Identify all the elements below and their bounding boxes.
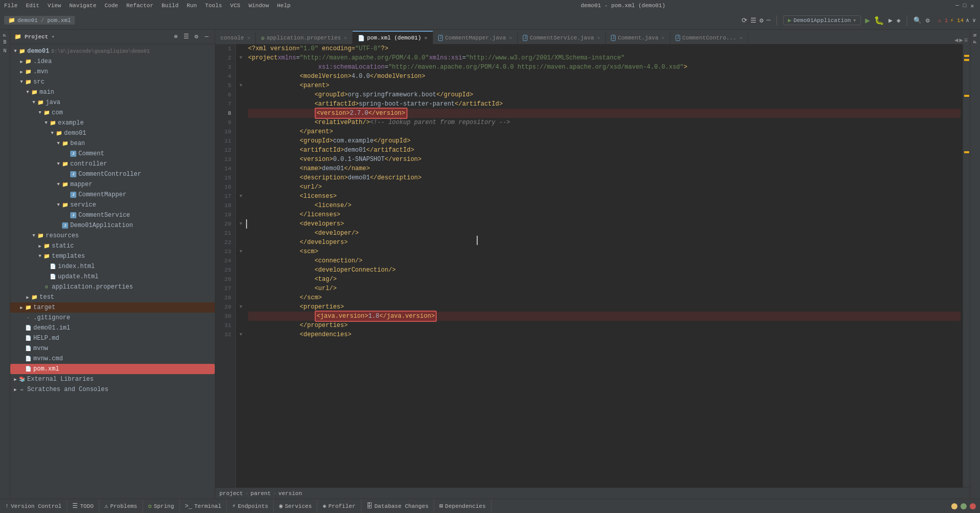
structure-icon[interactable]: ☰ [750,16,757,25]
tree-item-comment[interactable]: ▶ J Comment [10,149,215,159]
status-endpoints[interactable]: ⚡ Endpoints [227,499,274,513]
tree-item-static[interactable]: ▶ 📁 static [10,241,215,251]
tab-comment[interactable]: J Comment.java ✕ [606,32,670,44]
tree-item-indexhtml[interactable]: ▶ 📄 index.html [10,261,215,272]
tree-item-commentmapper[interactable]: ▶ J CommentMapper [10,190,215,200]
status-profiler[interactable]: ◈ Profiler [317,499,361,513]
tab-commentmapper[interactable]: J CommentMapper.java ✕ [433,32,518,44]
status-database[interactable]: 🗄 Database Changes [361,499,435,513]
notifications-icon[interactable]: N [3,48,6,54]
close-button[interactable]: ✕ [970,3,974,9]
project-tab[interactable]: 📁 demo01 / pom.xml [4,16,75,25]
tree-item-src[interactable]: ▼ 📁 src [10,77,215,87]
tree-item-appprops[interactable]: ▶ ⚙ application.properties [10,282,215,292]
console-close[interactable]: ✕ [247,35,250,41]
menu-window[interactable]: Window [249,3,269,9]
fold-20[interactable]: ▼ [236,219,246,229]
tree-item-helpmd[interactable]: ▶ 📄 HELP.md [10,333,215,343]
bookmarks-icon[interactable]: B [3,39,6,45]
settings-main-button[interactable]: ⚙ [926,16,930,25]
app-selector[interactable]: ▶ Demo01Application ▾ [783,15,861,25]
tab-recent[interactable]: ≡ [964,37,968,44]
tree-collapse-icon[interactable]: ─ [202,33,211,41]
expand-button[interactable]: ∧ ∨ [966,17,976,24]
collapse-icon[interactable]: ─ [766,16,770,24]
menu-view[interactable]: View [48,3,61,9]
fold-23[interactable]: ▼ [236,247,246,256]
commentmapper-close[interactable]: ✕ [509,35,512,41]
tree-item-bean[interactable]: ▼ 📁 bean [10,138,215,149]
status-todo[interactable]: ☰ TODO [67,499,99,513]
tree-item-mapper[interactable]: ▼ 📁 mapper [10,179,215,190]
right-scroll-bar[interactable] [963,44,970,487]
menu-file[interactable]: File [4,3,17,9]
fold-5[interactable]: ▼ [236,81,246,90]
pomxml-close[interactable]: ✕ [424,35,427,41]
tree-item-mvn[interactable]: ▶ 📁 .mvn [10,67,215,77]
tree-item-mvnwcmd[interactable]: ▶ 📄 mvnw.cmd [10,354,215,364]
status-vcs[interactable]: ↑ Version Control [0,499,67,513]
tree-item-resources[interactable]: ▼ 📁 resources [10,231,215,241]
menu-code[interactable]: Code [105,3,118,9]
menu-tools[interactable]: Tools [205,3,222,9]
tree-item-java[interactable]: ▼ 📁 java [10,97,215,108]
locate-icon[interactable]: ⊕ [172,33,180,41]
tree-item-demo01app[interactable]: ▶ J Demo01Application [10,220,215,231]
tree-item-target[interactable]: ▶ 📁 target [10,302,215,313]
tree-item-demo01iml[interactable]: ▶ 📄 demo01.iml [10,323,215,333]
search-button[interactable]: 🔍 [913,16,922,25]
tree-root[interactable]: ▼ 📁 demo01 D:\U\javacode\guangliqimo\dem… [10,46,215,56]
appprops-close[interactable]: ✕ [344,35,347,41]
fold-29[interactable]: ▼ [236,302,246,312]
tab-appprops[interactable]: ⚙ application.properties ✕ [256,32,353,44]
tree-item-commentservice[interactable]: ▶ J CommentService [10,210,215,220]
menu-refactor[interactable]: Refactor [126,3,153,9]
tree-item-main[interactable]: ▼ 📁 main [10,87,215,97]
tree-item-scratches[interactable]: ▶ ✏ Scratches and Consoles [10,384,215,395]
breadcrumb-parent[interactable]: parent [251,490,271,497]
tab-commentcontroller[interactable]: J CommentContro... ✕ [670,32,748,44]
tree-item-test[interactable]: ▶ 📁 test [10,292,215,302]
tree-item-controller[interactable]: ▼ 📁 controller [10,159,215,169]
comment-close[interactable]: ✕ [662,35,665,41]
commentservice-close[interactable]: ✕ [597,35,600,41]
plugins-icon[interactable]: P [973,38,978,45]
breadcrumb-project[interactable]: project [219,490,243,497]
profiler-button[interactable]: ◈ [896,16,901,25]
tree-item-updatehtml[interactable]: ▶ 📄 update.html [10,272,215,282]
menu-help[interactable]: Help [277,3,291,9]
fold-32[interactable]: ▼ [236,330,246,339]
menu-build[interactable]: Build [161,3,178,9]
tab-console[interactable]: console ✕ [215,32,256,44]
menu-navigate[interactable]: Navigate [69,3,96,9]
menu-bar[interactable]: File Edit View Navigate Code Refactor Bu… [4,3,291,9]
run-button[interactable]: ▶ [865,15,870,26]
tab-pomxml[interactable]: 📄 pom.xml (demo01) ✕ [353,31,433,44]
fold-2[interactable]: ▼ [236,53,246,63]
status-problems[interactable]: ⚠ Problems [99,499,143,513]
status-spring[interactable]: ✿ Spring [143,499,180,513]
code-content[interactable]: <?xml version="1.0" encoding="UTF-8"?> <… [246,44,963,487]
breadcrumb-version[interactable]: version [278,490,302,497]
menu-vcs[interactable]: VCS [230,3,240,9]
tree-item-idea[interactable]: ▶ 📁 .idea [10,56,215,67]
tab-overflow-right[interactable]: ▶ [959,36,963,44]
tree-item-service[interactable]: ▼ 📁 service [10,200,215,210]
minimize-button[interactable]: ─ [955,3,959,9]
filter-icon[interactable]: ☰ [182,33,190,41]
menu-run[interactable]: Run [187,3,197,9]
tree-item-com[interactable]: ▼ 📁 com [10,108,215,118]
status-terminal[interactable]: >_ Terminal [180,499,227,513]
tree-item-templates[interactable]: ▼ 📁 templates [10,251,215,261]
menu-edit[interactable]: Edit [26,3,39,9]
tab-commentservice[interactable]: J CommentService.java ✕ [518,32,606,44]
coverage-button[interactable]: ▶ [888,16,892,25]
tree-item-pomxml[interactable]: ▶ 📄 pom.xml [10,364,215,374]
maximize-button[interactable]: □ [963,3,967,9]
settings-icon[interactable]: ⚙ [760,16,764,25]
tree-settings-icon[interactable]: ⚙ [192,33,200,41]
tree-item-mvnw[interactable]: ▶ 📄 mvnw [10,343,215,354]
fold-17[interactable]: ▼ [236,192,246,201]
tree-item-example[interactable]: ▼ 📁 example [10,118,215,128]
commentcontroller-close[interactable]: ✕ [740,35,743,41]
